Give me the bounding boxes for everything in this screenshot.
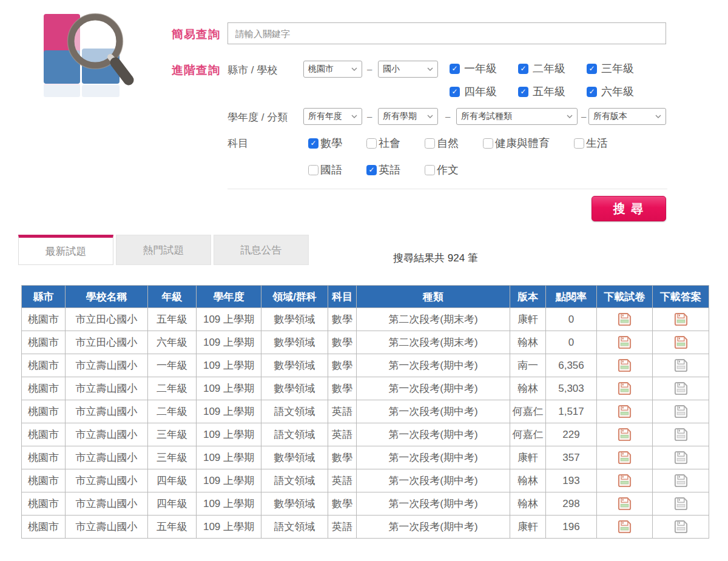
download-paper-icon[interactable] [617,358,632,373]
download-paper-icon[interactable] [617,450,632,465]
download-answer-icon[interactable] [673,381,689,396]
column-header: 縣市 [22,286,66,308]
cell-city: 桃園市 [22,492,66,516]
cell-version: 翰林 [510,331,546,354]
result-summary: 搜尋結果共 924 筆 [393,251,478,265]
cell-download-answer [653,492,709,516]
simple-search-label: 簡易查詢 [172,27,220,42]
cell-download-answer [653,331,709,354]
school-level-select[interactable]: 國小 [378,61,438,78]
grade-checkbox[interactable] [518,64,528,74]
download-paper-icon[interactable] [617,473,632,488]
cell-views: 0 [546,308,597,331]
cell-domain: 數學領域 [261,446,328,469]
cell-domain: 數學領域 [261,492,328,516]
table-row: 桃園市 市立田心國小 五年級 109 上學期 數學領域 數學 第二次段考(期末考… [22,308,709,331]
download-paper-icon[interactable] [617,381,632,396]
chevron-down-icon [351,115,357,118]
download-answer-icon[interactable] [673,404,689,419]
subject-option: 社會 [366,136,400,150]
cell-year: 109 上學期 [197,331,261,354]
download-answer-icon[interactable] [673,473,689,488]
subject-checkbox-label: 作文 [437,163,459,177]
cell-download-paper [597,377,653,400]
result-tab[interactable]: 熱門試題 [116,235,211,265]
subject-checkbox-label: 健康與體育 [495,136,550,150]
grade-option: 五年級 [518,84,565,99]
cell-download-paper [597,423,653,446]
subject-checkbox[interactable] [425,165,435,175]
cell-exam-type: 第一次段考(期中考) [357,516,510,539]
cell-school: 市立田心國小 [66,331,148,354]
city-school-label: 縣市 / 學校 [228,63,277,77]
cell-school: 市立壽山國小 [66,469,148,492]
subject-checkbox[interactable] [308,165,318,175]
cell-download-paper [597,469,653,492]
dash-separator: – [445,111,450,121]
app-root: 簡易查詢 進階查詢 縣市 / 學校 桃園市 – 國小 一年級 二年級 [0,0,728,561]
download-paper-icon[interactable] [617,335,632,350]
cell-views: 196 [546,516,597,539]
cell-year: 109 上學期 [197,354,261,377]
download-answer-icon[interactable] [673,312,689,327]
subject-checkbox[interactable] [366,138,377,149]
grade-checkbox[interactable] [587,64,597,74]
download-answer-icon[interactable] [673,496,689,511]
cell-download-paper [597,446,653,469]
cell-views: 357 [546,446,597,469]
download-paper-icon[interactable] [617,404,632,419]
subject-checkbox[interactable] [308,138,318,149]
subject-checkbox[interactable] [483,138,493,149]
subject-checkbox[interactable] [366,165,377,175]
subject-checkbox[interactable] [425,138,435,149]
cell-version: 翰林 [510,377,546,400]
download-answer-icon[interactable] [673,519,689,534]
download-paper-icon[interactable] [617,312,632,327]
grade-checkbox[interactable] [518,87,528,97]
cell-domain: 數學領域 [261,308,328,331]
exam-type-select-value: 所有考試種類 [461,111,512,122]
cell-views: 1,517 [546,400,597,423]
column-header: 領域/群科 [261,286,328,308]
download-answer-icon[interactable] [673,450,689,465]
exam-type-select[interactable]: 所有考試種類 [456,108,578,125]
table-row: 桃園市 市立壽山國小 二年級 109 上學期 數學領域 數學 第一次段考(期中考… [22,377,709,400]
grade-checkbox[interactable] [450,64,460,74]
cell-city: 桃園市 [22,446,66,469]
cell-download-answer [653,308,709,331]
chevron-down-icon [655,115,661,118]
subject-option: 自然 [425,136,459,150]
result-tab[interactable]: 最新試題 [18,235,113,265]
download-answer-icon[interactable] [673,358,689,373]
version-select[interactable]: 所有版本 [588,108,666,125]
cell-exam-type: 第一次段考(期中考) [357,377,510,400]
download-paper-icon[interactable] [617,496,632,511]
download-paper-icon[interactable] [617,427,632,442]
grade-checkbox[interactable] [587,87,597,97]
download-answer-icon[interactable] [673,335,689,350]
grade-checkbox-label: 六年級 [601,84,634,99]
download-paper-icon[interactable] [617,519,632,534]
grade-checkbox-label: 四年級 [464,84,497,99]
cell-download-paper [597,516,653,539]
school-level-select-value: 國小 [383,64,400,75]
cell-version: 康軒 [510,516,546,539]
cell-views: 0 [546,331,597,354]
subject-checkbox-row-1: 數學 社會 自然 健康與體育 生活 [308,136,608,150]
keyword-input[interactable] [228,22,666,44]
subject-checkbox[interactable] [574,138,584,149]
grade-checkbox[interactable] [450,87,460,97]
semester-select[interactable]: 所有學期 [378,108,438,125]
grade-checkbox-label: 一年級 [464,61,497,76]
city-select[interactable]: 桃園市 [303,61,362,78]
year-select[interactable]: 所有年度 [303,108,362,125]
tab-label: 訊息公告 [241,243,282,257]
tab-label: 最新試題 [46,244,87,258]
search-button[interactable]: 搜 尋 [592,196,666,221]
cell-views: 229 [546,423,597,446]
download-answer-icon[interactable] [673,427,689,442]
result-tab[interactable]: 訊息公告 [214,235,309,265]
cell-grade: 二年級 [148,377,197,400]
cell-download-answer [653,354,709,377]
chevron-down-icon [351,67,357,71]
